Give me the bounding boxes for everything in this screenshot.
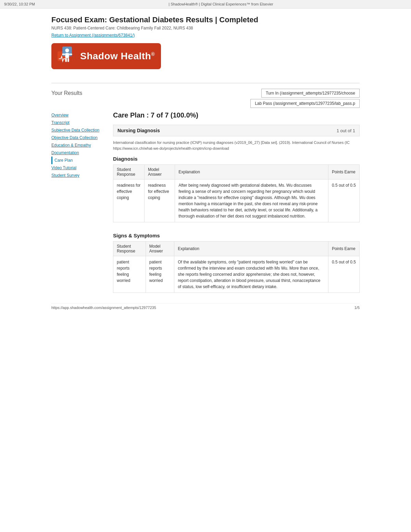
ss-col-student-response: Student Response xyxy=(113,242,146,256)
care-plan-title: Care Plan : 7 of 7 (100.0%) xyxy=(113,111,360,119)
page-container: Focused Exam: Gestational Diabetes Resul… xyxy=(41,9,370,323)
points-earned-cell: 0.5 out of 0.5 xyxy=(328,180,359,222)
nursing-diagnosis-score: 1 out of 1 xyxy=(337,128,355,133)
svg-rect-5 xyxy=(69,54,72,55)
browser-time: 9/30/22, 10:32 PM xyxy=(4,2,35,6)
sidebar-item-documentation[interactable]: Documentation xyxy=(51,149,106,157)
model-answer-cell: readiness for effective coping xyxy=(144,180,175,222)
sidebar-item-transcript[interactable]: Transcript xyxy=(51,119,106,126)
nursing-diagnosis-header: Nursing Diagnosis 1 out of 1 xyxy=(113,125,360,136)
logo-area: Shadow Health® xyxy=(51,43,360,76)
nursing-diagnosis-section: Nursing Diagnosis 1 out of 1 Internation… xyxy=(113,125,360,222)
explanation-cell: After being newly diagnosed with gestati… xyxy=(175,180,328,222)
footer-bar: https://app.shadowhealth.com/assignment_… xyxy=(51,303,360,310)
ss-col-points-earned: Points Earne xyxy=(328,242,359,256)
nursing-diagnosis-label: Nursing Diagnosis xyxy=(117,128,160,133)
page-subtitle: NURS 438: Patient-Centered Care: Childbe… xyxy=(51,26,360,30)
return-link[interactable]: Return to Assignment (/assignments/67384… xyxy=(51,33,135,38)
browser-bar: 9/30/22, 10:32 PM | ShadowHealth® | Digi… xyxy=(0,0,411,9)
sidebar-item-video[interactable]: Video Tutorial xyxy=(51,164,106,172)
results-header: Your Results Turn In (/assignment_attemp… xyxy=(51,89,360,108)
col-model-answer: Model Answer xyxy=(144,165,175,180)
svg-rect-3 xyxy=(65,53,69,58)
svg-rect-4 xyxy=(62,54,65,55)
sidebar: Overview Transcript Subjective Data Coll… xyxy=(51,111,106,293)
col-student-response: Student Response xyxy=(113,165,145,180)
sidebar-item-education[interactable]: Education & Empathy xyxy=(51,141,106,149)
student-response-cell: patient reports feeling worried xyxy=(113,256,146,293)
table-row: readiness for effective coping readiness… xyxy=(113,180,360,222)
model-answer-cell: patient reports feeling worried xyxy=(146,256,174,293)
diagnosis-subsection-title: Diagnosis xyxy=(113,156,360,162)
turn-in-button[interactable]: Turn In (/assignment_attempts/12977235/c… xyxy=(261,89,360,98)
main-layout: Overview Transcript Subjective Data Coll… xyxy=(51,111,360,293)
diagnosis-table: Student Response Model Answer Explanatio… xyxy=(113,164,360,222)
svg-point-2 xyxy=(65,49,69,52)
sidebar-item-subjective[interactable]: Subjective Data Collection xyxy=(51,126,106,134)
signs-symptoms-header-row: Student Response Model Answer Explanatio… xyxy=(113,242,360,256)
points-earned-cell: 0.5 out of 0.5 xyxy=(328,256,359,293)
lab-pass-button[interactable]: Lab Pass (/assignment_attempts/12977235/… xyxy=(250,99,360,108)
page-title: Focused Exam: Gestational Diabetes Resul… xyxy=(51,15,360,24)
table-row: patient reports feeling worried patient … xyxy=(113,256,360,293)
sidebar-item-careplan[interactable]: Care Plan xyxy=(51,157,106,164)
ss-col-model-answer: Model Answer xyxy=(146,242,174,256)
col-explanation: Explanation xyxy=(175,165,328,180)
diagnosis-table-header-row: Student Response Model Answer Explanatio… xyxy=(113,165,360,180)
browser-title: | ShadowHealth® | Digital Clinical Exper… xyxy=(169,2,273,6)
sidebar-item-survey[interactable]: Student Survey xyxy=(51,172,106,179)
footer-page: 1/5 xyxy=(354,306,360,310)
logo-text: Shadow Health® xyxy=(80,51,155,62)
results-title: Your Results xyxy=(51,89,82,98)
reference-text: International classification for nursing… xyxy=(113,140,360,151)
ss-col-explanation: Explanation xyxy=(174,242,328,256)
footer-url: https://app.shadowhealth.com/assignment_… xyxy=(51,306,156,310)
content-area: Care Plan : 7 of 7 (100.0%) Nursing Diag… xyxy=(113,111,360,293)
signs-symptoms-section: Signs & Symptoms Student Response Model … xyxy=(113,233,360,293)
student-response-cell: readiness for effective coping xyxy=(113,180,145,222)
sidebar-item-overview[interactable]: Overview xyxy=(51,111,106,119)
shadow-health-icon xyxy=(58,47,77,66)
col-points-earned: Points Earne xyxy=(328,165,359,180)
action-buttons: Turn In (/assignment_attempts/12977235/c… xyxy=(250,89,360,108)
signs-symptoms-table: Student Response Model Answer Explanatio… xyxy=(113,241,360,293)
divider-1 xyxy=(51,83,360,83)
signs-symptoms-title: Signs & Symptoms xyxy=(113,233,360,238)
svg-rect-7 xyxy=(67,58,69,62)
logo-container: Shadow Health® xyxy=(51,43,161,69)
explanation-cell: Of the available symptoms, only "patient… xyxy=(174,256,328,293)
sidebar-item-objective[interactable]: Objective Data Collection xyxy=(51,134,106,141)
